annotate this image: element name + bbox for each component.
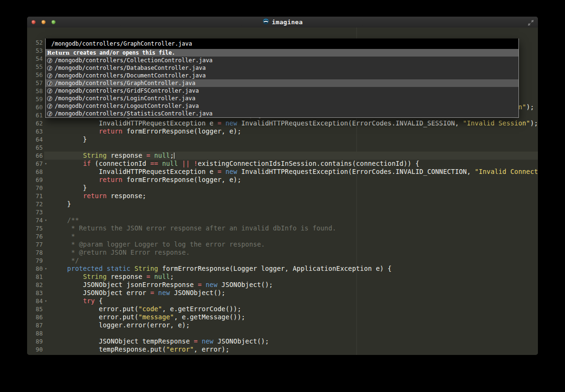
code-line[interactable]: 81 String response = null; bbox=[27, 273, 538, 281]
code-line-content[interactable]: error.put("code", e.getErrorCode()); bbox=[44, 305, 538, 313]
code-token: } bbox=[51, 200, 71, 208]
code-token: new bbox=[225, 168, 237, 175]
code-line[interactable]: 72 } bbox=[27, 200, 538, 208]
code-token: ; bbox=[170, 273, 174, 280]
file-result-item[interactable]: f/mongodb/controllers/CollectionControll… bbox=[46, 57, 518, 64]
file-result-item[interactable]: f/mongodb/controllers/GridFSController.j… bbox=[46, 87, 518, 95]
code-line[interactable]: 74▾ /** bbox=[27, 216, 538, 224]
code-token: , e.getMessage()); bbox=[174, 313, 245, 321]
code-line-content[interactable]: } bbox=[44, 135, 538, 143]
code-line-content[interactable]: if (connectionId == null || !existingCon… bbox=[44, 160, 538, 168]
code-line-content[interactable]: JSONObject jsonErrorResponse = new JSONO… bbox=[44, 281, 538, 289]
code-line-content[interactable]: return formErrorResponse(logger, e); bbox=[44, 127, 538, 135]
code-line[interactable]: 85 error.put("code", e.getErrorCode()); bbox=[27, 305, 538, 313]
zoom-button[interactable] bbox=[51, 20, 56, 24]
code-line[interactable]: 65 bbox=[27, 143, 538, 152]
code-line-content[interactable] bbox=[44, 329, 538, 337]
code-line-content[interactable]: try { bbox=[44, 297, 538, 305]
code-line-content[interactable]: tempResponse.put("error", error); bbox=[44, 345, 538, 354]
code-token: response bbox=[107, 152, 146, 159]
code-line[interactable]: 75 * Returns the JSON error response aft… bbox=[27, 224, 538, 232]
code-line[interactable]: 66 String response = null; bbox=[27, 152, 538, 160]
code-line[interactable]: 89 JSONObject tempResponse = new JSONObj… bbox=[27, 337, 538, 345]
file-result-item[interactable]: f/mongodb/controllers/DocumentController… bbox=[46, 72, 518, 79]
code-line[interactable]: 76 * bbox=[27, 232, 538, 240]
code-token bbox=[201, 281, 205, 288]
file-path-label: /mongodb/controllers/LoginController.jav… bbox=[55, 95, 195, 102]
fold-arrow-icon[interactable]: ▾ bbox=[45, 160, 47, 168]
line-number: 59 bbox=[27, 95, 44, 103]
code-line[interactable]: 77 * @param logger Logger to log the err… bbox=[27, 240, 538, 249]
code-line[interactable]: 88 bbox=[27, 329, 538, 337]
file-result-item[interactable]: f/mongodb/controllers/LogoutController.j… bbox=[46, 102, 518, 110]
code-line-content[interactable]: /** bbox=[44, 216, 538, 224]
line-number: 90 bbox=[27, 345, 44, 354]
code-line[interactable]: 90 tempResponse.put("error", error); bbox=[27, 345, 538, 354]
code-line-content[interactable]: * @param logger Logger to log the error … bbox=[44, 240, 538, 249]
code-line[interactable]: 87 logger.error(error, e); bbox=[27, 321, 538, 329]
fold-arrow-icon[interactable]: ▾ bbox=[45, 265, 47, 273]
code-line[interactable]: 70 } bbox=[27, 184, 538, 192]
file-icon: f bbox=[47, 58, 52, 63]
code-token: if bbox=[83, 160, 91, 167]
file-result-item[interactable]: f/mongodb/controllers/StatisticsControll… bbox=[46, 110, 518, 117]
code-line[interactable]: 67▾ if (connectionId == null || !existin… bbox=[27, 160, 538, 168]
code-line-content[interactable]: logger.error(error, e); bbox=[44, 321, 538, 329]
code-token: JSONObject(); bbox=[218, 281, 273, 288]
code-line-content[interactable]: protected static String formErrorRespons… bbox=[44, 265, 538, 273]
code-token: new bbox=[201, 337, 213, 345]
code-line-content[interactable]: */ bbox=[44, 257, 538, 265]
code-line[interactable]: 73 bbox=[27, 208, 538, 216]
code-line[interactable]: 78 * @return JSON Error response. bbox=[27, 249, 538, 257]
code-token: error.put( bbox=[51, 313, 138, 321]
code-line-content[interactable] bbox=[44, 143, 538, 152]
goto-anything-hint: Return creates and/or opens this file. bbox=[46, 49, 518, 57]
code-line[interactable]: 83 JSONObject error = new JSONObject(); bbox=[27, 289, 538, 297]
code-line[interactable]: 84▾ try { bbox=[27, 297, 538, 305]
code-line[interactable]: 64 } bbox=[27, 135, 538, 143]
code-line-content[interactable]: return formErrorResponse(logger, e); bbox=[44, 176, 538, 184]
minimize-button[interactable] bbox=[41, 20, 46, 24]
code-line-content[interactable]: String response = null; bbox=[44, 273, 538, 281]
code-line-content[interactable]: } bbox=[44, 184, 538, 192]
code-line[interactable]: 86 error.put("message", e.getMessage()); bbox=[27, 313, 538, 321]
fold-arrow-icon[interactable]: ▾ bbox=[45, 297, 47, 305]
file-result-item[interactable]: f/mongodb/controllers/LoginController.ja… bbox=[46, 95, 518, 102]
file-result-item[interactable]: f/mongodb/controllers/DatabaseController… bbox=[46, 64, 518, 72]
code-line-content[interactable]: * bbox=[44, 232, 538, 240]
line-number: 82 bbox=[27, 281, 44, 289]
code-line-content[interactable]: return response; bbox=[44, 192, 538, 200]
code-line-content[interactable]: * Returns the JSON error response after … bbox=[44, 224, 538, 232]
code-line[interactable]: 71 return response; bbox=[27, 192, 538, 200]
code-line[interactable]: 69 return formErrorResponse(logger, e); bbox=[27, 176, 538, 184]
titlebar[interactable]: imaginea bbox=[27, 17, 538, 28]
code-token: "message" bbox=[138, 313, 174, 321]
fold-arrow-icon[interactable]: ▾ bbox=[45, 216, 47, 224]
code-line-content[interactable]: JSONObject error = new JSONObject(); bbox=[44, 289, 538, 297]
code-line[interactable]: 62 InvalidHTTPRequestException e = new I… bbox=[27, 119, 538, 127]
code-line[interactable]: 80▾ protected static String formErrorRes… bbox=[27, 265, 538, 273]
fullscreen-icon[interactable] bbox=[527, 19, 534, 26]
code-editor[interactable]: 525354555657585960 Set<String> existingC… bbox=[27, 28, 538, 355]
line-number: 80 bbox=[27, 265, 44, 273]
code-line-content[interactable]: error.put("message", e.getMessage()); bbox=[44, 313, 538, 321]
line-number: 67 bbox=[27, 160, 44, 168]
close-button[interactable] bbox=[31, 20, 36, 24]
code-line-content[interactable]: JSONObject tempResponse = new JSONObject… bbox=[44, 337, 538, 345]
code-line[interactable]: 63 return formErrorResponse(logger, e); bbox=[27, 127, 538, 135]
code-line[interactable]: 68 InvalidHTTPRequestException e = new I… bbox=[27, 168, 538, 176]
editor-window: imaginea 525354555657585960 Set<String> … bbox=[27, 17, 538, 355]
code-line-content[interactable]: InvalidHTTPRequestException e = new Inva… bbox=[44, 168, 538, 176]
goto-anything-input[interactable] bbox=[46, 38, 518, 49]
code-line[interactable]: 82 JSONObject jsonErrorResponse = new JS… bbox=[27, 281, 538, 289]
line-number: 53 bbox=[27, 47, 44, 55]
code-line-content[interactable]: } bbox=[44, 200, 538, 208]
file-result-item[interactable]: f/mongodb/controllers/GraphController.ja… bbox=[46, 79, 518, 87]
code-line-content[interactable]: String response = null; bbox=[44, 152, 538, 160]
code-token: String bbox=[134, 265, 158, 272]
code-line-content[interactable]: * @return JSON Error response. bbox=[44, 249, 538, 257]
code-line-content[interactable] bbox=[44, 208, 538, 216]
code-line[interactable]: 79 */ bbox=[27, 257, 538, 265]
code-line-content[interactable]: InvalidHTTPRequestException e = new Inva… bbox=[44, 119, 538, 127]
line-number: 79 bbox=[27, 257, 44, 265]
